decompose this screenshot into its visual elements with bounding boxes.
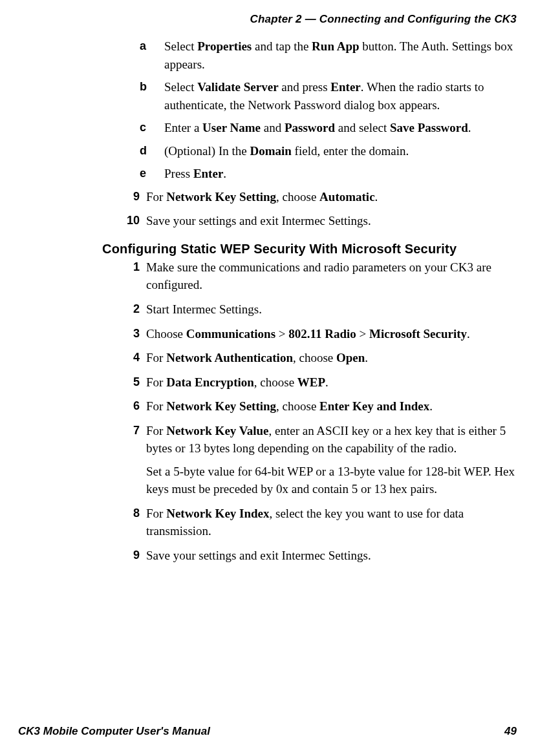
step-marker: 8 [115,505,146,540]
step-body: For Data Encryption, choose WEP. [146,373,517,392]
sub-marker: b [140,78,164,114]
wep-step-1: 1 Make sure the communications and radio… [115,258,517,294]
sub-step-b: b Select Validate Server and press Enter… [140,78,517,114]
step-body: For Network Key Index, select the key yo… [146,505,517,540]
step-extra: Set a 5-byte value for 64-bit WEP or a 1… [146,463,517,498]
sub-body: Enter a User Name and Password and selec… [164,119,517,137]
sub-marker: d [140,142,164,160]
wep-step-7: 7 For Network Key Value, enter an ASCII … [115,422,517,498]
sub-step-c: c Enter a User Name and Password and sel… [140,119,517,137]
sub-body: (Optional) In the Domain field, enter th… [164,142,517,160]
sub-step-list: a Select Properties and tap the Run App … [115,37,517,183]
footer-page-number: 49 [504,725,517,738]
sub-step-e: e Press Enter. [140,165,517,183]
step-marker: 7 [115,422,146,498]
section-heading: Configuring Static WEP Security With Mic… [102,240,517,257]
page: Chapter 2 — Connecting and Configuring t… [0,0,549,756]
sub-marker: c [140,119,164,137]
sub-body: Select Properties and tap the Run App bu… [164,37,517,73]
step-10: 10 Save your settings and exit Intermec … [115,212,517,230]
step-marker: 10 [115,212,146,230]
wep-step-3: 3 Choose Communications > 802.11 Radio >… [115,325,517,343]
wep-step-4: 4 For Network Authentication, choose Ope… [115,349,517,367]
step-marker: 9 [115,547,146,565]
step-marker: 4 [115,349,146,367]
running-header: Chapter 2 — Connecting and Configuring t… [18,13,517,26]
step-marker: 3 [115,325,146,343]
sub-body: Press Enter. [164,165,517,183]
sub-step-d: d (Optional) In the Domain field, enter … [140,142,517,160]
wep-step-2: 2 Start Intermec Settings. [115,300,517,319]
step-marker: 5 [115,373,146,392]
wep-step-6: 6 For Network Key Setting, choose Enter … [115,397,517,415]
step-body: For Network Key Setting, choose Enter Ke… [146,397,517,415]
wep-step-9: 9 Save your settings and exit Intermec S… [115,547,517,565]
step-marker: 9 [115,188,146,206]
step-marker: 1 [115,258,146,294]
step-body: Make sure the communications and radio p… [146,258,517,294]
step-marker: 6 [115,397,146,415]
step-body: For Network Key Value, enter an ASCII ke… [146,422,517,498]
sub-step-a: a Select Properties and tap the Run App … [140,37,517,73]
step-body: Save your settings and exit Intermec Set… [146,212,517,230]
step-9: 9 For Network Key Setting, choose Automa… [115,188,517,206]
step-body: For Network Key Setting, choose Automati… [146,188,517,206]
content-area: a Select Properties and tap the Run App … [18,37,517,565]
step-body: Save your settings and exit Intermec Set… [146,547,517,565]
page-footer: CK3 Mobile Computer User's Manual 49 [18,725,517,738]
step-marker: 2 [115,300,146,319]
wep-step-8: 8 For Network Key Index, select the key … [115,505,517,540]
step-body: Choose Communications > 802.11 Radio > M… [146,325,517,343]
footer-manual-title: CK3 Mobile Computer User's Manual [18,725,210,738]
sub-marker: e [140,165,164,183]
step-body-text: For Network Key Value, enter an ASCII ke… [146,424,506,456]
step-body: For Network Authentication, choose Open. [146,349,517,367]
sub-marker: a [140,37,164,73]
step-body: Start Intermec Settings. [146,300,517,319]
wep-step-5: 5 For Data Encryption, choose WEP. [115,373,517,392]
sub-body: Select Validate Server and press Enter. … [164,78,517,114]
